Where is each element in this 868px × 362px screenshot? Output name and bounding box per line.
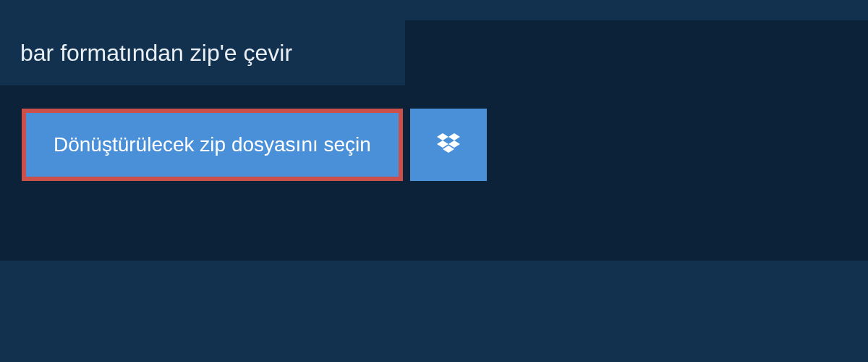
- title-tab: bar formatından zip'e çevir: [0, 20, 405, 85]
- page-container: bar formatından zip'e çevir Dönüştürülec…: [0, 0, 868, 362]
- select-file-label: Dönüştürülecek zip dosyasını seçin: [54, 133, 371, 156]
- select-file-button[interactable]: Dönüştürülecek zip dosyasını seçin: [22, 109, 403, 181]
- dropbox-button[interactable]: [410, 109, 487, 181]
- page-title: bar formatından zip'e çevir: [20, 40, 292, 67]
- dropbox-icon: [434, 130, 463, 159]
- upload-row: Dönüştürülecek zip dosyasını seçin: [22, 109, 487, 181]
